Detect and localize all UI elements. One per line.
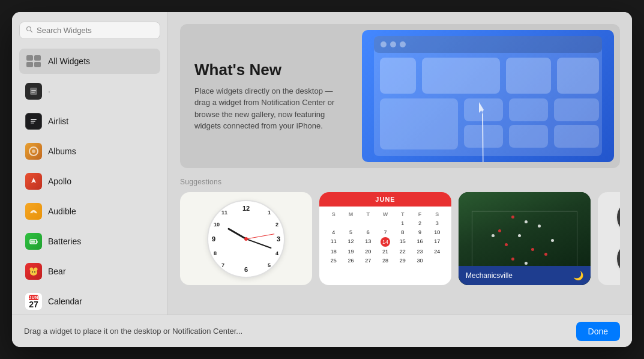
svg-point-27: [390, 41, 396, 47]
cal-d22: 22: [394, 247, 411, 256]
calendar-icon: JUN 27: [25, 293, 42, 310]
hour-hand: [227, 228, 247, 240]
sidebar-item-all-widgets[interactable]: All Widgets: [19, 49, 160, 74]
svg-point-20: [32, 271, 33, 273]
cal-d10: 10: [429, 228, 445, 237]
cal-day-m: M: [343, 210, 360, 219]
cal-d-blank1: [325, 219, 342, 228]
svg-rect-9: [31, 119, 37, 120]
cal-d23: 23: [412, 247, 429, 256]
sidebar-item-calendar[interactable]: JUN 27 Calendar: [19, 289, 160, 314]
sidebar-label-audible: Audible: [48, 207, 76, 216]
sidebar-item-batteries[interactable]: Batteries: [19, 229, 160, 254]
svg-line-1: [31, 31, 32, 32]
sidebar-label-albums: Albums: [48, 146, 76, 156]
cal-d6: 6: [360, 228, 376, 237]
cal-d18: 18: [325, 247, 342, 256]
sidebar-label-bear: Bear: [48, 267, 66, 276]
cal-d15: 15: [394, 237, 411, 247]
cal-d4: 4: [325, 228, 342, 237]
search-bar[interactable]: [19, 22, 160, 39]
svg-rect-36: [554, 98, 599, 121]
hero-description: Place widgets directly on the desktop — …: [194, 85, 336, 132]
svg-point-19: [30, 270, 37, 276]
sidebar-label-calendar: Calendar: [48, 297, 82, 306]
weather-location-label: Mechanicsville: [466, 271, 513, 280]
cal-d-blank4: [377, 219, 394, 228]
audible-icon: [25, 203, 42, 220]
cal-d16: 16: [412, 237, 429, 247]
sidebar-item-apollo[interactable]: Apollo: [19, 169, 160, 194]
controls-widget[interactable]: [598, 192, 620, 285]
apollo-icon: [25, 173, 42, 190]
svg-rect-5: [34, 62, 41, 67]
svg-rect-30: [422, 58, 500, 94]
headphones-control-btn[interactable]: [617, 242, 621, 276]
cal-d13: 13: [360, 237, 376, 247]
cal-day-t1: T: [360, 210, 376, 219]
cal-d-blank3: [360, 219, 376, 228]
svg-rect-3: [34, 55, 41, 61]
sidebar-item-label: All Widgets: [48, 56, 90, 66]
sidebar-item-bear[interactable]: Bear: [19, 259, 160, 284]
svg-rect-38: [509, 125, 548, 148]
sidebar-item-dark-app[interactable]: ·: [19, 79, 160, 104]
cal-d5: 5: [343, 228, 360, 237]
svg-rect-31: [506, 58, 551, 94]
sidebar-label-airlist: Airlist: [48, 116, 68, 126]
svg-rect-8: [31, 92, 35, 93]
albums-icon: [25, 143, 42, 160]
done-button[interactable]: Done: [576, 322, 620, 341]
svg-point-26: [381, 41, 387, 47]
cal-day-s2: S: [429, 210, 445, 219]
svg-rect-16: [31, 241, 35, 243]
cal-d21: 21: [377, 247, 394, 256]
bottom-bar: Drag a widget to place it on the desktop…: [12, 315, 632, 347]
cal-day-s1: S: [325, 210, 342, 219]
center-dot: [244, 237, 248, 241]
cal-d25: 25: [325, 256, 342, 265]
search-input[interactable]: [37, 26, 154, 35]
svg-point-21: [34, 271, 35, 273]
sidebar-item-albums[interactable]: Albums: [19, 139, 160, 164]
cal-day-t2: T: [394, 210, 411, 219]
monitor-control-btn[interactable]: [617, 201, 621, 234]
svg-rect-10: [31, 121, 35, 122]
sidebar-label-batteries: Batteries: [48, 237, 81, 246]
suggestions-grid: 12 3 6 9 1 11 2 4 5 7 8 10: [180, 192, 620, 285]
clock-widget[interactable]: 12 3 6 9 1 11 2 4 5 7 8 10: [180, 192, 312, 285]
cal-d7: 7: [377, 228, 394, 237]
svg-point-28: [400, 41, 406, 47]
suggestions-section: Suggestions 12 3 6 9 1: [180, 178, 620, 303]
cal-d8: 8: [394, 228, 411, 237]
main-window: All Widgets ·: [12, 12, 632, 347]
svg-rect-37: [464, 125, 503, 148]
cal-d-blank5: [429, 256, 445, 265]
svg-rect-15: [37, 241, 38, 243]
minute-hand: [246, 238, 272, 249]
sidebar-item-label: ·: [48, 86, 50, 96]
bottom-bar-text: Drag a widget to place it on the desktop…: [24, 327, 242, 336]
hero-text: What's New Place widgets directly on the…: [180, 24, 350, 168]
cal-day-w: W: [377, 210, 394, 219]
sidebar: All Widgets ·: [12, 12, 168, 315]
svg-rect-4: [26, 62, 33, 67]
moon-icon: 🌙: [573, 271, 583, 280]
sports-widget[interactable]: Mechanicsville 🌙: [459, 192, 591, 285]
suggestions-label: Suggestions: [180, 178, 620, 186]
cal-d20: 20: [360, 247, 376, 256]
sidebar-item-audible[interactable]: Audible: [19, 199, 160, 224]
cal-d9: 9: [412, 228, 429, 237]
svg-rect-35: [509, 98, 548, 121]
calendar-widget[interactable]: JUNE S M T W T F S: [319, 192, 451, 285]
cal-grid: S M T W T F S 1: [325, 210, 445, 265]
svg-rect-7: [31, 90, 36, 91]
cal-d26: 26: [343, 256, 360, 265]
cal-d-blank2: [343, 219, 360, 228]
cal-d3: 3: [429, 219, 445, 228]
search-icon: [26, 26, 33, 35]
cal-d11: 11: [325, 237, 342, 247]
cal-d2: 2: [412, 219, 429, 228]
sidebar-item-airlist[interactable]: Airlist: [19, 109, 160, 134]
cal-d30: 30: [412, 256, 429, 265]
